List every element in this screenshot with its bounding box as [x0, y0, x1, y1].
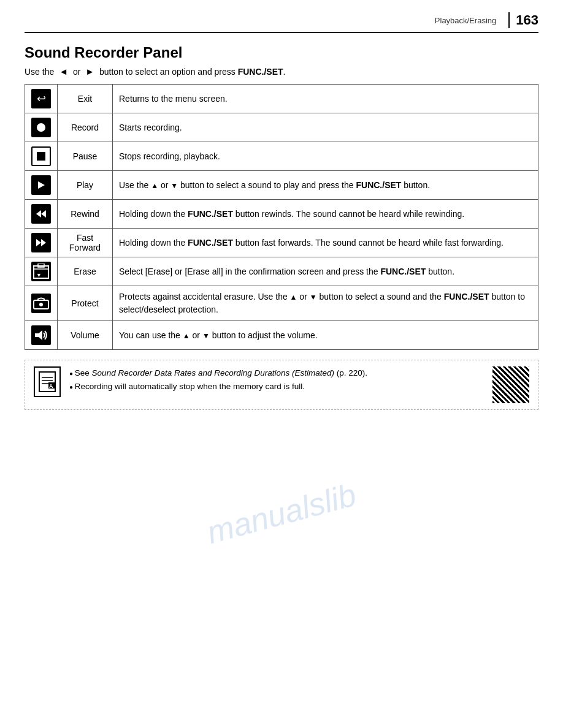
table-row: Volume You can use the ▲ or ▼ button to …	[25, 321, 538, 350]
watermark: manualslib	[203, 476, 360, 551]
icon-cell	[25, 321, 58, 350]
desc-cell: Holding down the FUNC./SET button rewind…	[113, 200, 538, 229]
label-cell: Pause	[58, 142, 113, 171]
icon-cell	[25, 286, 58, 321]
desc-cell: Holding down the FUNC./SET button fast f…	[113, 229, 538, 257]
icon-cell	[25, 113, 58, 142]
table-row: Protect Protects against accidental eras…	[25, 286, 538, 321]
label-cell: Rewind	[58, 200, 113, 229]
svg-marker-3	[36, 210, 41, 218]
svg-marker-6	[41, 239, 46, 246]
table-row: Pause Stops recording, playback.	[25, 142, 538, 171]
svg-marker-5	[36, 239, 41, 246]
intro-text: Use the ◄ or ► button to select an optio…	[25, 66, 538, 77]
desc-cell: Protects against accidental erasure. Use…	[113, 286, 538, 321]
svg-marker-13	[35, 330, 42, 340]
page-title: Sound Recorder Panel	[25, 44, 538, 61]
label-cell: Volume	[58, 321, 113, 350]
icon-cell: ▼	[25, 257, 58, 286]
svg-marker-2	[38, 181, 45, 189]
desc-cell: Select [Erase] or [Erase all] in the con…	[113, 257, 538, 286]
icon-cell	[25, 229, 58, 257]
right-arrow-icon: ►	[85, 66, 94, 77]
desc-cell: Stops recording, playback.	[113, 142, 538, 171]
desc-cell: You can use the ▲ or ▼ button to adjust …	[113, 321, 538, 350]
label-cell: Play	[58, 171, 113, 200]
label-cell: Fast Forward	[58, 229, 113, 257]
desc-cell: Starts recording.	[113, 113, 538, 142]
svg-text:A: A	[49, 383, 53, 389]
label-cell: Exit	[58, 85, 113, 113]
table-row: Play Use the ▲ or ▼ button to select a s…	[25, 171, 538, 200]
notes-box: A See Sound Recorder Data Rates and Reco…	[25, 360, 538, 410]
icon-cell	[25, 200, 58, 229]
icon-cell	[25, 142, 58, 171]
table-row: Record Starts recording.	[25, 113, 538, 142]
desc-cell: Returns to the menu screen.	[113, 85, 538, 113]
label-cell: Protect	[58, 286, 113, 321]
note-item: See Sound Recorder Data Rates and Record…	[69, 366, 484, 380]
label-cell: Erase	[58, 257, 113, 286]
desc-cell: Use the ▲ or ▼ button to select a sound …	[113, 171, 538, 200]
svg-rect-1	[37, 152, 45, 161]
page-header: Playback/Erasing 163	[25, 12, 538, 33]
notes-text: See Sound Recorder Data Rates and Record…	[69, 366, 484, 393]
label-cell: Record	[58, 113, 113, 142]
icon-cell: ↩	[25, 85, 58, 113]
note-item: Recording will automatically stop when t…	[69, 380, 484, 393]
svg-point-12	[39, 303, 43, 306]
table-row: ↩ Exit Returns to the menu screen.	[25, 85, 538, 113]
page-number: 163	[508, 12, 538, 28]
table-row: ▼ Erase Select [Erase] or [Erase all] in…	[25, 257, 538, 286]
icon-cell	[25, 171, 58, 200]
left-arrow-icon: ◄	[59, 66, 68, 77]
table-row: Rewind Holding down the FUNC./SET button…	[25, 200, 538, 229]
qr-code	[492, 366, 529, 403]
table-row: Fast Forward Holding down the FUNC./SET …	[25, 229, 538, 257]
svg-text:▼: ▼	[36, 272, 42, 278]
note-icon: A	[34, 366, 61, 397]
svg-point-0	[37, 123, 45, 132]
main-table: ↩ Exit Returns to the menu screen. Recor…	[25, 84, 538, 350]
section-label: Playback/Erasing	[435, 16, 496, 25]
svg-marker-4	[41, 210, 46, 218]
